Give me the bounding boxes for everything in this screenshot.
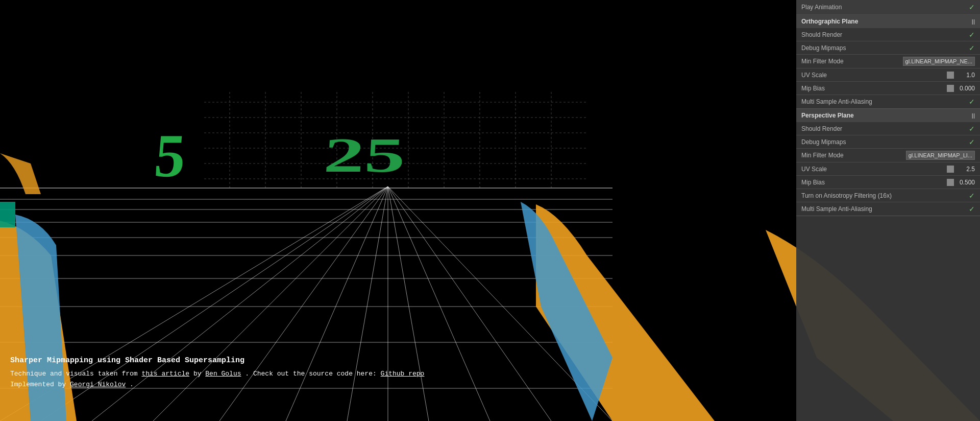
persp-msaa-row: Multi Sample Anti-Aliasing ✓ <box>796 202 980 216</box>
orth-debug-mipmaps-row: Debug Mipmaps ✓ <box>796 41 980 55</box>
bottom-text-section: Sharper Mipmapping using Shader Based Su… <box>10 355 424 390</box>
persp-min-filter-dropdown[interactable]: gl.LINEAR_MIPMAP_LI... <box>906 151 975 160</box>
persp-should-render-label: Should Render <box>801 125 969 132</box>
persp-anisotropy-label: Turn on Anisotropy Filtering (16x) <box>801 192 969 199</box>
desc-text-1: Technique and visuals taken from <box>10 370 141 378</box>
persp-msaa-check[interactable]: ✓ <box>969 205 975 213</box>
persp-uv-scale-value: 2.5 <box>957 166 975 173</box>
persp-uv-scale-slider[interactable] <box>947 166 954 173</box>
github-link[interactable]: Github repo <box>381 370 425 378</box>
perspective-collapse-btn[interactable]: || <box>972 112 975 119</box>
desc-text-3: . Check out the source code here: <box>245 370 380 378</box>
orthographic-plane-title: Orthographic Plane <box>801 18 858 25</box>
orth-msaa-check[interactable]: ✓ <box>969 98 975 106</box>
persp-anisotropy-check[interactable]: ✓ <box>969 192 975 200</box>
orth-min-filter-dropdown[interactable]: gl.LINEAR_MIPMAP_NE... <box>903 57 975 66</box>
svg-text:25: 25 <box>322 128 407 182</box>
persp-debug-mipmaps-label: Debug Mipmaps <box>801 138 969 146</box>
orth-mip-bias-row: Mip Bias 0.000 <box>796 82 980 95</box>
persp-msaa-label: Multi Sample Anti-Aliasing <box>801 205 969 213</box>
svg-text:5: 5 <box>152 122 189 190</box>
article-link[interactable]: this article <box>141 370 189 378</box>
persp-debug-mipmaps-check[interactable]: ✓ <box>969 138 975 146</box>
description-line: Technique and visuals taken from this ar… <box>10 369 424 380</box>
right-panel: Play Animation ✓ Orthographic Plane || S… <box>796 0 980 421</box>
page-title: Sharper Mipmapping using Shader Based Su… <box>10 355 424 367</box>
orth-debug-mipmaps-label: Debug Mipmaps <box>801 44 969 52</box>
orth-uv-scale-slider[interactable] <box>947 72 954 79</box>
perspective-plane-section: Perspective Plane || Should Render ✓ Deb… <box>796 109 980 216</box>
play-animation-check: ✓ <box>969 3 975 11</box>
orthographic-plane-section: Orthographic Plane || Should Render ✓ De… <box>796 15 980 109</box>
play-animation-label: Play Animation <box>801 4 969 11</box>
orth-should-render-check[interactable]: ✓ <box>969 31 975 39</box>
orth-msaa-label: Multi Sample Anti-Aliasing <box>801 98 969 105</box>
orthographic-collapse-btn[interactable]: || <box>972 18 975 25</box>
orthographic-plane-header[interactable]: Orthographic Plane || <box>796 15 980 28</box>
persp-mip-bias-label: Mip Bias <box>801 179 947 186</box>
persp-mip-bias-slider[interactable] <box>947 179 954 186</box>
orth-uv-scale-row: UV Scale 1.0 <box>796 68 980 82</box>
persp-uv-scale-label: UV Scale <box>801 166 947 173</box>
orth-mip-bias-value: 0.000 <box>957 85 975 92</box>
implemented-line: Implemented by Georgi Nikolov . <box>10 380 424 390</box>
orth-debug-mipmaps-check[interactable]: ✓ <box>969 44 975 52</box>
persp-mip-bias-value: 0.500 <box>957 179 975 186</box>
orth-min-filter-label: Min Filter Mode <box>801 58 903 65</box>
orth-uv-scale-label: UV Scale <box>801 72 947 79</box>
perspective-plane-header[interactable]: Perspective Plane || <box>796 109 980 122</box>
orth-msaa-row: Multi Sample Anti-Aliasing ✓ <box>796 95 980 108</box>
author-link[interactable]: Ben Golus <box>205 370 241 378</box>
persp-min-filter-label: Min Filter Mode <box>801 152 906 159</box>
play-animation-value: ✓ <box>969 3 975 11</box>
orth-uv-scale-value: 1.0 <box>957 72 975 79</box>
desc-text-2: by <box>193 370 205 378</box>
period: . <box>130 381 134 388</box>
orth-mip-bias-label: Mip Bias <box>801 85 947 92</box>
persp-anisotropy-row: Turn on Anisotropy Filtering (16x) ✓ <box>796 189 980 202</box>
orth-min-filter-row: Min Filter Mode gl.LINEAR_MIPMAP_NE... <box>796 55 980 68</box>
play-animation-row: Play Animation ✓ <box>796 0 980 15</box>
persp-mip-bias-row: Mip Bias 0.500 <box>796 176 980 189</box>
perspective-plane-title: Perspective Plane <box>801 112 854 119</box>
orth-should-render-label: Should Render <box>801 31 969 38</box>
persp-min-filter-row: Min Filter Mode gl.LINEAR_MIPMAP_LI... <box>796 149 980 162</box>
orth-mip-bias-slider[interactable] <box>947 85 954 92</box>
persp-uv-scale-row: UV Scale 2.5 <box>796 162 980 176</box>
orth-should-render-row: Should Render ✓ <box>796 28 980 41</box>
implementor-link[interactable]: Georgi Nikolov <box>70 381 126 388</box>
persp-should-render-check[interactable]: ✓ <box>969 125 975 133</box>
persp-debug-mipmaps-row: Debug Mipmaps ✓ <box>796 135 980 149</box>
svg-rect-41 <box>0 202 15 227</box>
implemented-text: Implemented by <box>10 381 70 388</box>
persp-should-render-row: Should Render ✓ <box>796 122 980 135</box>
